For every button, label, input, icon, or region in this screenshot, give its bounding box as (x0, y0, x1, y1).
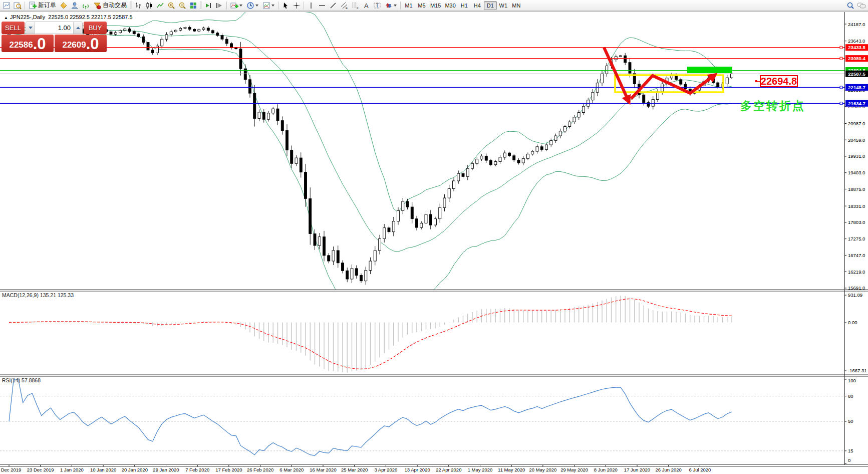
price-callout-anchor (755, 80, 760, 82)
svg-text:17 Jun 2020: 17 Jun 2020 (624, 467, 650, 472)
price-badge-22148.7: 22148.7 (845, 84, 868, 91)
svg-text:24187.0: 24187.0 (848, 22, 865, 27)
hline-handle[interactable] (840, 57, 842, 60)
chart-shift-icon[interactable] (214, 1, 225, 11)
text-label-icon[interactable]: T (372, 1, 383, 11)
svg-text:3 Apr 2020: 3 Apr 2020 (374, 467, 397, 472)
connection-icon[interactable] (80, 1, 91, 11)
svg-text:26 Feb 2020: 26 Feb 2020 (247, 467, 273, 472)
timeframe-m1[interactable]: M1 (402, 1, 415, 10)
horizontal-line-icon[interactable] (317, 1, 328, 11)
svg-text:20459.0: 20459.0 (848, 137, 865, 143)
annotation-note[interactable]: 多空转折点 (740, 98, 805, 114)
price-callout-label[interactable]: 22694.8 (760, 75, 798, 87)
hline-handle[interactable] (840, 46, 842, 49)
bollinger-band (9, 11, 732, 212)
timeframe-group: M1M5M15M30H1H4D1W1MN (402, 1, 523, 10)
svg-text:T: T (376, 3, 379, 9)
svg-text:23 Dec 2019: 23 Dec 2019 (27, 467, 54, 472)
chart-title: ▲JPN225-,Daily 22525.0 22592.5 22217.5 2… (4, 14, 133, 20)
hline-handle[interactable] (840, 102, 842, 105)
timeframe-m30[interactable]: M30 (443, 1, 457, 10)
chart-canvas[interactable]: 24187.023643.022059.021531.020987.020459… (0, 11, 868, 474)
new-order-button[interactable]: 新订单 (27, 1, 58, 11)
svg-text:931.89: 931.89 (848, 292, 862, 298)
periods-icon[interactable] (244, 1, 260, 11)
new-chart-icon[interactable] (1, 1, 12, 11)
timeframe-h1[interactable]: H1 (458, 1, 471, 10)
sell-price-panel[interactable]: 22586.0 (2, 35, 54, 52)
green-rectangle[interactable] (687, 67, 732, 73)
toolbar: 新订单 自动交易 E F A T M1M5M15M30H1H4D1W1MN (0, 0, 868, 11)
svg-text:6 Jul 2020: 6 Jul 2020 (689, 467, 711, 472)
candlestick-chart-icon[interactable] (144, 1, 155, 11)
svg-text:E: E (346, 7, 348, 10)
crosshair-icon[interactable] (291, 1, 302, 11)
chart-area[interactable]: 24187.023643.022059.021531.020987.020459… (0, 11, 868, 474)
equidistant-channel-icon[interactable]: E (339, 1, 350, 11)
hline-handle[interactable] (840, 86, 842, 89)
cursor-icon[interactable] (280, 1, 291, 11)
svg-text:18875.0: 18875.0 (848, 186, 865, 192)
svg-text:29 Jan 2020: 29 Jan 2020 (153, 467, 179, 472)
timeframe-d1[interactable]: D1 (484, 1, 497, 10)
buy-price-panel[interactable]: 22609.0 (55, 35, 107, 52)
volume-increase-button[interactable] (73, 22, 82, 34)
svg-text:23643.0: 23643.0 (848, 38, 865, 44)
svg-text:18331.0: 18331.0 (848, 203, 865, 209)
profiles-icon[interactable] (12, 1, 23, 11)
svg-text:F: F (357, 7, 359, 10)
svg-text:19403.0: 19403.0 (848, 170, 865, 175)
text-icon[interactable]: A (361, 1, 372, 11)
svg-text:13 Apr 2020: 13 Apr 2020 (404, 467, 430, 472)
svg-text:23080.4: 23080.4 (848, 56, 865, 61)
svg-text:16747.0: 16747.0 (848, 253, 865, 258)
svg-text:7 Feb 2020: 7 Feb 2020 (185, 467, 209, 472)
timeframe-m5[interactable]: M5 (415, 1, 428, 10)
svg-text:8 Jun 2020: 8 Jun 2020 (594, 467, 618, 472)
arrows-icon[interactable] (383, 1, 399, 11)
autotrading-button[interactable]: 自动交易 (91, 1, 129, 11)
zoom-in-icon[interactable] (166, 1, 177, 11)
templates-icon[interactable] (260, 1, 276, 11)
svg-text:15: 15 (848, 448, 853, 453)
mt4-window: { "toolbar": { "new_order_label": "新订单",… (0, 0, 868, 474)
svg-text:26 Jun 2020: 26 Jun 2020 (656, 467, 682, 472)
svg-text:22587.5: 22587.5 (848, 71, 865, 77)
volume-input[interactable]: 1.00 (35, 22, 73, 34)
fibonacci-icon[interactable]: F (350, 1, 361, 11)
symbol-period: JPN225-,Daily (10, 14, 45, 20)
svg-text:100: 100 (848, 378, 856, 383)
svg-text:17 Feb 2020: 17 Feb 2020 (215, 467, 242, 472)
vertical-line-icon[interactable] (306, 1, 317, 11)
search-icon[interactable] (845, 1, 856, 11)
signals-icon[interactable] (69, 1, 80, 11)
one-click-trading-widget: SELL 1.00 BUY 22586.0 22609.0 (2, 22, 107, 52)
svg-text:50: 50 (848, 418, 853, 424)
svg-text:1 Jan 2020: 1 Jan 2020 (60, 467, 84, 472)
indicators-icon[interactable] (228, 1, 244, 11)
price-badge-21634.7: 21634.7 (845, 100, 868, 107)
bar-chart-icon[interactable] (133, 1, 144, 11)
timeframe-m15[interactable]: M15 (428, 1, 443, 10)
buy-button[interactable]: BUY (84, 22, 107, 34)
chat-icon[interactable] (856, 1, 867, 11)
main-plot[interactable] (8, 11, 733, 332)
market-watch-icon[interactable] (58, 1, 69, 11)
tile-windows-icon[interactable] (188, 1, 199, 11)
auto-scroll-icon[interactable] (203, 1, 214, 11)
svg-text:22148.7: 22148.7 (848, 85, 865, 90)
macd-label: MACD(12,26,9) 135.21 125.33 (2, 292, 74, 298)
timeframe-w1[interactable]: W1 (497, 1, 510, 10)
svg-text:25 Mar 2020: 25 Mar 2020 (341, 467, 368, 472)
svg-text:16219.0: 16219.0 (848, 269, 865, 275)
sell-button[interactable]: SELL (2, 22, 25, 34)
zoom-out-icon[interactable] (177, 1, 188, 11)
trendline-icon[interactable] (328, 1, 339, 11)
line-chart-icon[interactable] (155, 1, 166, 11)
svg-text:0.00: 0.00 (848, 320, 857, 325)
timeframe-h4[interactable]: H4 (471, 1, 484, 10)
volume-decrease-button[interactable] (26, 22, 35, 34)
svg-text:15691.0: 15691.0 (848, 285, 865, 291)
timeframe-mn[interactable]: MN (510, 1, 523, 10)
